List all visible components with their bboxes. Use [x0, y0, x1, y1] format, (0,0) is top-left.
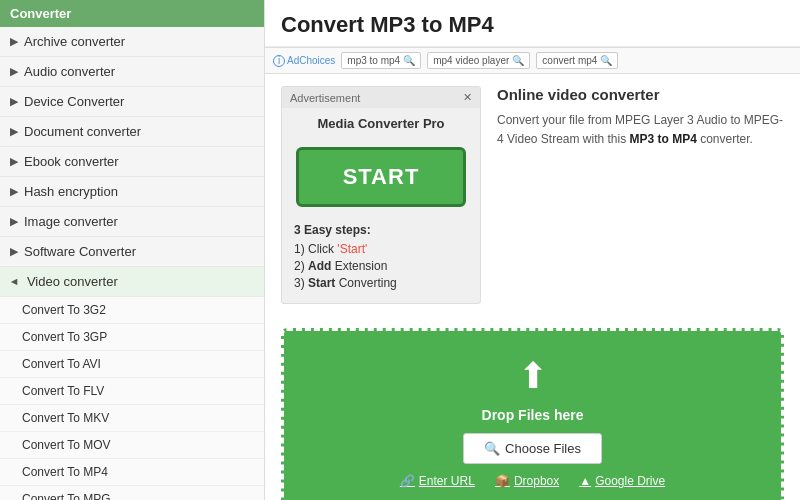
sidebar-item-label-device: Device Converter — [24, 94, 124, 109]
sidebar-item-label-document: Document converter — [24, 124, 141, 139]
drop-zone[interactable]: ⬆ Drop Files here 🔍 Choose Files 🔗 Enter… — [281, 328, 784, 500]
sidebar-subitem-4[interactable]: Convert To MKV — [0, 405, 264, 432]
sidebar-items-container: ▶Archive converter▶Audio converter▶Devic… — [0, 27, 264, 500]
dropbox-label: Dropbox — [514, 474, 559, 488]
sidebar-item-label-software: Software Converter — [24, 244, 136, 259]
choose-files-button[interactable]: 🔍 Choose Files — [463, 433, 602, 464]
ad-info-icon: i — [273, 55, 285, 67]
sidebar-subitem-0[interactable]: Convert To 3G2 — [0, 297, 264, 324]
step3-prefix: 3) — [294, 276, 308, 290]
step1-prefix: 1) Click — [294, 242, 337, 256]
steps-heading: 3 Easy steps: — [294, 223, 468, 237]
sidebar-item-archive[interactable]: ▶Archive converter — [0, 27, 264, 57]
ad-tag-1-label: mp3 to mp4 — [347, 55, 400, 66]
ad-tag-3-label: convert mp4 — [542, 55, 597, 66]
content-area: Advertisement ✕ Media Converter Pro STAR… — [265, 74, 800, 316]
advertisement-label: Advertisement — [290, 92, 360, 104]
chevron-icon-image: ▶ — [10, 215, 18, 228]
dropbox-link[interactable]: 📦 Dropbox — [495, 474, 559, 488]
upload-icon: ⬆ — [518, 355, 548, 397]
info-title: Online video converter — [497, 86, 784, 103]
ad-choices-label[interactable]: i AdChoices — [273, 55, 335, 67]
step-2: 2) Add Extension — [294, 259, 468, 273]
search-choose-icon: 🔍 — [484, 441, 500, 456]
sidebar-subitem-6[interactable]: Convert To MP4 — [0, 459, 264, 486]
enter-url-label: Enter URL — [419, 474, 475, 488]
sidebar-subitem-2[interactable]: Convert To AVI — [0, 351, 264, 378]
main-content: Convert MP3 to MP4 i AdChoices mp3 to mp… — [265, 0, 800, 500]
url-icon: 🔗 — [400, 474, 415, 488]
chevron-icon-device: ▶ — [10, 95, 18, 108]
drop-links: 🔗 Enter URL 📦 Dropbox ▲ Google Drive — [400, 474, 665, 488]
ad-block-header: Advertisement ✕ — [282, 87, 480, 108]
drop-files-label: Drop Files here — [482, 407, 584, 423]
step3-suffix: Converting — [335, 276, 396, 290]
search-icon-1: 🔍 — [403, 55, 415, 66]
chevron-icon-archive: ▶ — [10, 35, 18, 48]
google-drive-icon: ▲ — [579, 474, 591, 488]
sidebar-header: Converter — [0, 0, 264, 27]
info-block: Online video converter Convert your file… — [497, 86, 784, 304]
step2-bold: Add — [308, 259, 331, 273]
start-button[interactable]: START — [296, 147, 466, 207]
ad-close-icon[interactable]: ✕ — [463, 91, 472, 104]
search-icon-3: 🔍 — [600, 55, 612, 66]
chevron-icon-ebook: ▶ — [10, 155, 18, 168]
chevron-icon-audio: ▶ — [10, 65, 18, 78]
ad-tag-2-label: mp4 video player — [433, 55, 509, 66]
ad-bar: i AdChoices mp3 to mp4 🔍 mp4 video playe… — [265, 47, 800, 74]
step2-suffix: Extension — [331, 259, 387, 273]
chevron-icon-document: ▶ — [10, 125, 18, 138]
drop-zone-wrapper: ⬆ Drop Files here 🔍 Choose Files 🔗 Enter… — [265, 316, 800, 500]
info-text-bold: MP3 to MP4 — [630, 132, 697, 146]
sidebar-item-image[interactable]: ▶Image converter — [0, 207, 264, 237]
sidebar-item-hash[interactable]: ▶Hash encryption — [0, 177, 264, 207]
ad-choices-text: AdChoices — [287, 55, 335, 66]
sidebar-item-label-hash: Hash encryption — [24, 184, 118, 199]
dropbox-icon: 📦 — [495, 474, 510, 488]
sidebar-item-label-archive: Archive converter — [24, 34, 125, 49]
chevron-icon-hash: ▶ — [10, 185, 18, 198]
step1-link[interactable]: 'Start' — [337, 242, 367, 256]
sidebar-subitem-5[interactable]: Convert To MOV — [0, 432, 264, 459]
google-drive-link[interactable]: ▲ Google Drive — [579, 474, 665, 488]
sidebar-subitem-7[interactable]: Convert To MPG — [0, 486, 264, 500]
ad-block: Advertisement ✕ Media Converter Pro STAR… — [281, 86, 481, 304]
ad-tag-3[interactable]: convert mp4 🔍 — [536, 52, 618, 69]
steps-block: 3 Easy steps: 1) Click 'Start' 2) Add Ex… — [282, 215, 480, 303]
search-icon-2: 🔍 — [512, 55, 524, 66]
chevron-icon-video: ▼ — [9, 276, 21, 287]
ad-title: Media Converter Pro — [282, 108, 480, 139]
sidebar-item-document[interactable]: ▶Document converter — [0, 117, 264, 147]
sidebar-item-software[interactable]: ▶Software Converter — [0, 237, 264, 267]
sidebar-item-video[interactable]: ▼Video converter — [0, 267, 264, 297]
sidebar-subitem-3[interactable]: Convert To FLV — [0, 378, 264, 405]
choose-files-label: Choose Files — [505, 441, 581, 456]
info-text: Convert your file from MPEG Layer 3 Audi… — [497, 111, 784, 149]
enter-url-link[interactable]: 🔗 Enter URL — [400, 474, 475, 488]
chevron-icon-software: ▶ — [10, 245, 18, 258]
sidebar-item-label-audio: Audio converter — [24, 64, 115, 79]
google-drive-label: Google Drive — [595, 474, 665, 488]
step2-prefix: 2) — [294, 259, 308, 273]
sidebar-subitem-1[interactable]: Convert To 3GP — [0, 324, 264, 351]
ad-tag-2[interactable]: mp4 video player 🔍 — [427, 52, 530, 69]
sidebar-item-device[interactable]: ▶Device Converter — [0, 87, 264, 117]
info-text-post: converter. — [697, 132, 753, 146]
sidebar-item-label-ebook: Ebook converter — [24, 154, 119, 169]
step-3: 3) Start Converting — [294, 276, 468, 290]
step-1: 1) Click 'Start' — [294, 242, 468, 256]
page-title: Convert MP3 to MP4 — [265, 0, 800, 47]
sidebar: Converter ▶Archive converter▶Audio conve… — [0, 0, 265, 500]
step3-bold: Start — [308, 276, 335, 290]
sidebar-item-label-image: Image converter — [24, 214, 118, 229]
sidebar-item-audio[interactable]: ▶Audio converter — [0, 57, 264, 87]
sidebar-item-label-video: Video converter — [27, 274, 118, 289]
ad-tag-1[interactable]: mp3 to mp4 🔍 — [341, 52, 421, 69]
sidebar-item-ebook[interactable]: ▶Ebook converter — [0, 147, 264, 177]
